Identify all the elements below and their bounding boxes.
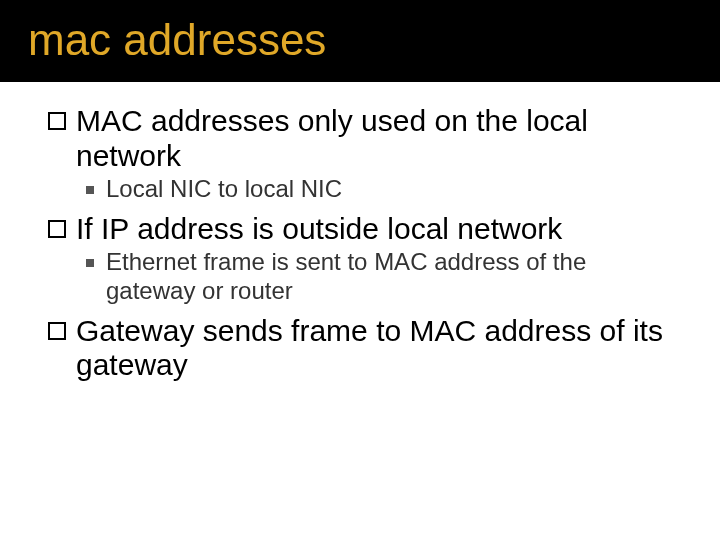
small-square-icon [86,259,94,267]
square-bullet-icon [48,220,66,238]
bullet-level-1: Gateway sends frame to MAC address of it… [48,314,680,383]
slide-title: mac addresses [28,18,720,62]
slide-body: MAC addresses only used on the local net… [0,82,720,383]
bullet-text: If IP address is outside local network [76,212,680,247]
bullet-text: Gateway sends frame to MAC address of it… [76,314,680,383]
bullet-level-2: Ethernet frame is sent to MAC address of… [86,248,680,306]
bullet-text: Ethernet frame is sent to MAC address of… [106,248,680,306]
square-bullet-icon [48,322,66,340]
small-square-icon [86,186,94,194]
bullet-text: Local NIC to local NIC [106,175,680,204]
bullet-level-1: MAC addresses only used on the local net… [48,104,680,173]
bullet-text: MAC addresses only used on the local net… [76,104,680,173]
bullet-level-1: If IP address is outside local network [48,212,680,247]
title-bar: mac addresses [0,0,720,82]
square-bullet-icon [48,112,66,130]
bullet-level-2: Local NIC to local NIC [86,175,680,204]
slide: mac addresses MAC addresses only used on… [0,0,720,540]
